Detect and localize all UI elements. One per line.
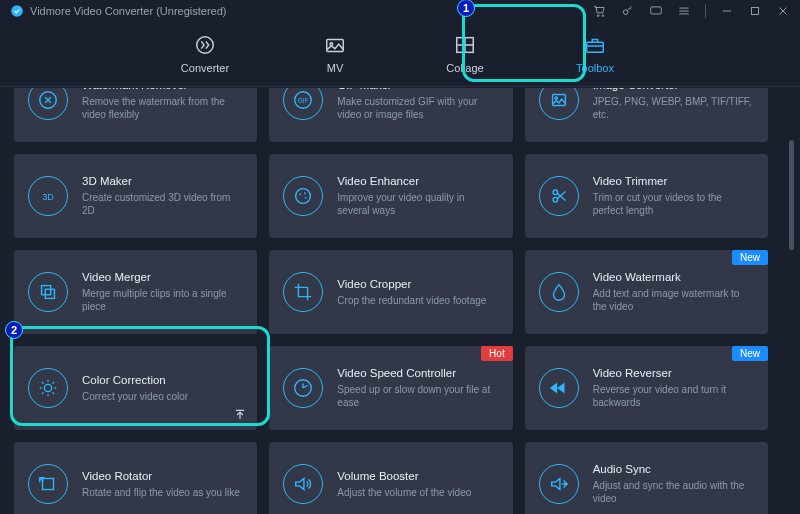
gif-icon: GIF <box>283 88 323 120</box>
tool-card-merge[interactable]: Video Merger Merge multiple clips into a… <box>14 250 257 334</box>
main-nav: Converter MV Collage Toolbox <box>0 22 800 87</box>
palette-icon <box>283 176 323 216</box>
image-icon <box>539 88 579 120</box>
minimize-icon[interactable] <box>720 4 734 18</box>
app-logo-icon <box>10 4 24 18</box>
tool-title: Video Merger <box>82 271 243 283</box>
tool-desc: Correct your video color <box>82 390 243 403</box>
rewind-icon <box>539 368 579 408</box>
eraser-icon <box>28 88 68 120</box>
toolbox-icon <box>584 34 606 56</box>
tool-desc: JPEG, PNG, WEBP, BMP, TIF/TIFF, etc. <box>593 95 754 121</box>
new-tag: New <box>732 346 768 361</box>
tool-card-drop[interactable]: Video Watermark Add text and image water… <box>525 250 768 334</box>
tool-desc: Trim or cut your videos to the perfect l… <box>593 191 754 217</box>
expand-arrow-icon <box>233 408 247 422</box>
svg-point-25 <box>44 384 51 391</box>
tool-title: GIF Maker <box>337 88 498 91</box>
menu-icon[interactable] <box>677 4 691 18</box>
tool-desc: Rotate and flip the video as you like <box>82 486 243 499</box>
svg-rect-27 <box>43 479 54 490</box>
tool-card-sun[interactable]: Color Correction Correct your video colo… <box>14 346 257 430</box>
svg-point-18 <box>300 193 302 195</box>
svg-rect-4 <box>651 7 662 14</box>
sun-icon <box>28 368 68 408</box>
tool-title: Video Rotator <box>82 470 243 482</box>
tool-card-image[interactable]: Image Converter JPEG, PNG, WEBP, BMP, TI… <box>525 88 768 142</box>
tool-title: Video Reverser <box>593 367 754 379</box>
tool-card-crop[interactable]: Video Cropper Crop the redundant video f… <box>269 250 512 334</box>
merge-icon <box>28 272 68 312</box>
svg-rect-5 <box>752 8 759 15</box>
key-icon[interactable] <box>621 4 635 18</box>
close-icon[interactable] <box>776 4 790 18</box>
gauge-icon <box>283 368 323 408</box>
tool-card-scissors[interactable]: Video Trimmer Trim or cut your videos to… <box>525 154 768 238</box>
window-controls <box>593 4 790 18</box>
scrollbar[interactable] <box>789 140 794 250</box>
feedback-icon[interactable] <box>649 4 663 18</box>
tool-desc: Create customized 3D video from 2D <box>82 191 243 217</box>
tool-card-gif[interactable]: GIF GIF Maker Make customized GIF with y… <box>269 88 512 142</box>
crop-icon <box>283 272 323 312</box>
svg-point-17 <box>296 189 311 204</box>
tool-desc: Merge multiple clips into a single piece <box>82 287 243 313</box>
svg-rect-14 <box>552 95 565 106</box>
hot-tag: Hot <box>481 346 513 361</box>
tool-desc: Improve your video quality in several wa… <box>337 191 498 217</box>
tool-title: Video Cropper <box>337 278 498 290</box>
maximize-icon[interactable] <box>748 4 762 18</box>
tool-title: Video Watermark <box>593 271 754 283</box>
tool-desc: Crop the redundant video footage <box>337 294 498 307</box>
tab-label: Toolbox <box>576 62 614 74</box>
tool-title: Color Correction <box>82 374 243 386</box>
tab-converter[interactable]: Converter <box>160 34 250 74</box>
tool-card-gauge[interactable]: Video Speed Controller Speed up or slow … <box>269 346 512 430</box>
sync-icon <box>539 464 579 504</box>
tab-mv[interactable]: MV <box>290 34 380 74</box>
tool-title: 3D Maker <box>82 175 243 187</box>
svg-rect-7 <box>327 40 344 52</box>
mv-icon <box>324 34 346 56</box>
rotate-icon <box>28 464 68 504</box>
tool-desc: Remove the watermark from the video flex… <box>82 95 243 121</box>
svg-point-19 <box>304 192 306 194</box>
tool-grid: Watermark Remover Remove the watermark f… <box>14 88 768 514</box>
tab-collage[interactable]: Collage <box>420 34 510 74</box>
tool-title: Video Speed Controller <box>337 367 498 379</box>
converter-icon <box>194 34 216 56</box>
svg-rect-24 <box>45 289 54 298</box>
tab-label: MV <box>327 62 344 74</box>
tool-desc: Adjust and sync the audio with the video <box>593 479 754 505</box>
tool-card-eraser[interactable]: Watermark Remover Remove the watermark f… <box>14 88 257 142</box>
tool-desc: Reverse your video and turn it backwards <box>593 383 754 409</box>
svg-rect-10 <box>587 42 604 52</box>
collage-icon <box>454 34 476 56</box>
tool-desc: Make customized GIF with your video or i… <box>337 95 498 121</box>
new-tag: New <box>732 250 768 265</box>
tool-card-3d[interactable]: 3D 3D Maker Create customized 3D video f… <box>14 154 257 238</box>
svg-text:3D: 3D <box>42 192 54 202</box>
svg-point-1 <box>597 15 599 17</box>
tool-card-rotate[interactable]: Video Rotator Rotate and flip the video … <box>14 442 257 514</box>
tool-title: Image Converter <box>593 88 754 91</box>
tool-card-sync[interactable]: Audio Sync Adjust and sync the audio wit… <box>525 442 768 514</box>
titlebar: Vidmore Video Converter (Unregistered) <box>0 0 800 22</box>
tool-title: Audio Sync <box>593 463 754 475</box>
svg-point-20 <box>305 197 307 199</box>
tab-toolbox[interactable]: Toolbox <box>550 34 640 74</box>
svg-point-2 <box>602 15 604 17</box>
tab-label: Collage <box>446 62 483 74</box>
scissors-icon <box>539 176 579 216</box>
tool-card-palette[interactable]: Video Enhancer Improve your video qualit… <box>269 154 512 238</box>
tool-card-volume[interactable]: Volume Booster Adjust the volume of the … <box>269 442 512 514</box>
svg-text:GIF: GIF <box>298 97 309 104</box>
tool-title: Watermark Remover <box>82 88 243 91</box>
tool-scroll-area: Watermark Remover Remove the watermark f… <box>0 88 782 514</box>
svg-point-3 <box>623 10 628 15</box>
cart-icon[interactable] <box>593 4 607 18</box>
tool-desc: Add text and image watermark to the vide… <box>593 287 754 313</box>
tool-card-rewind[interactable]: Video Reverser Reverse your video and tu… <box>525 346 768 430</box>
svg-point-0 <box>11 5 23 17</box>
svg-point-15 <box>555 97 557 99</box>
